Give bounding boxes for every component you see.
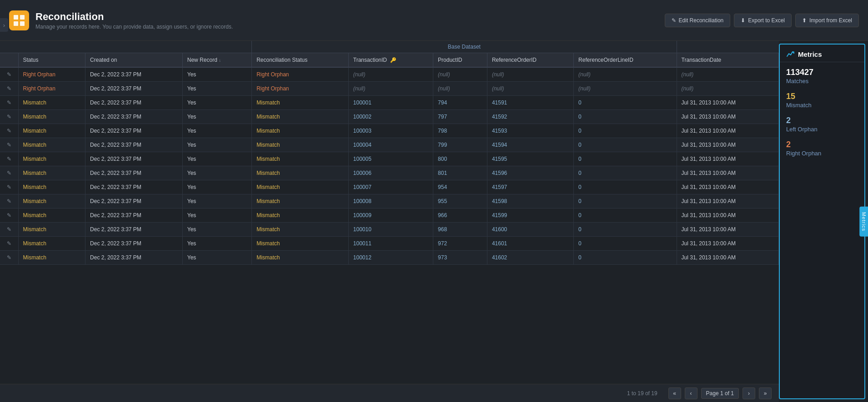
pagination-next-button[interactable]: › [743,387,755,399]
col-created-on[interactable]: Created on [85,53,183,68]
import-from-excel-button[interactable]: ⬆ Import from Excel [795,14,859,27]
metric-right-orphan-label: Right Orphan [786,150,858,157]
page-subtitle: Manage your records here. You can provid… [35,24,665,30]
sidebar-toggle[interactable]: › [0,18,8,32]
ref-order-line-id-cell: 0 [574,110,677,124]
product-id-cell: 799 [433,138,487,152]
product-id-cell: 955 [433,194,487,208]
created-on-cell: Dec 2, 2022 3:37 PM [85,208,183,223]
table-row: ✎MismatchDec 2, 2022 3:37 PMYesMismatch1… [0,110,779,124]
edit-cell[interactable]: ✎ [0,223,18,237]
new-record-cell: Yes [182,223,251,237]
header: Reconciliation Manage your records here.… [0,0,868,41]
metric-matches: 113427 Matches [786,68,858,84]
recon-status-cell: Mismatch [252,223,349,237]
ref-order-id-cell: 41598 [487,194,573,208]
ref-order-line-id-cell: (null) [574,67,677,82]
metrics-header: Metrics [780,45,864,62]
ref-order-id-cell: (null) [487,82,573,96]
transaction-date-cell: Jul 31, 2013 10:00 AM [677,124,778,138]
edit-cell[interactable]: ✎ [0,96,18,110]
table-row: ✎MismatchDec 2, 2022 3:37 PMYesMismatch1… [0,152,779,166]
ref-order-line-id-cell: 0 [574,194,677,208]
metrics-body: 113427 Matches 15 Mismatch 2 Left Orphan… [780,62,864,162]
pagination-last-button[interactable]: » [759,387,772,399]
pagination-first-button[interactable]: « [668,387,681,399]
pagination-prev-button[interactable]: ‹ [685,387,697,399]
transaction-date-cell: Jul 31, 2013 10:00 AM [677,223,778,237]
ref-order-line-id-cell: 0 [574,251,677,265]
table-wrapper[interactable]: Base Dataset Status Created on New Recor… [0,41,779,384]
edit-cell[interactable]: ✎ [0,82,18,96]
edit-cell[interactable]: ✎ [0,208,18,223]
col-product-id[interactable]: ProductID [433,53,487,68]
edit-icon: ✎ [672,17,676,24]
base-dataset-header-row: Base Dataset [0,41,779,53]
edit-reconciliation-button[interactable]: ✎ Edit Reconciliation [665,14,731,27]
new-record-cell: Yes [182,166,251,180]
transaction-date-cell: Jul 31, 2013 10:00 AM [677,194,778,208]
transaction-id-cell: 100005 [348,152,433,166]
edit-cell[interactable]: ✎ [0,251,18,265]
transaction-date-cell: (null) [677,67,778,82]
col-transaction-date[interactable]: TransactionDate [677,53,778,68]
status-cell: Right Orphan [18,82,85,96]
edit-cell[interactable]: ✎ [0,194,18,208]
transaction-date-cell: Jul 31, 2013 10:00 AM [677,166,778,180]
recon-status-cell: Mismatch [252,152,349,166]
metric-matches-label: Matches [786,78,858,84]
ref-order-id-cell: 41599 [487,208,573,223]
transaction-id-cell: 100010 [348,223,433,237]
metrics-title: Metrics [798,50,822,58]
header-actions: ✎ Edit Reconciliation ⬇ Export to Excel … [665,14,859,27]
table-row: ✎MismatchDec 2, 2022 3:37 PMYesMismatch1… [0,180,779,194]
recon-status-cell: Mismatch [252,208,349,223]
created-on-cell: Dec 2, 2022 3:37 PM [85,96,183,110]
table-row: ✎MismatchDec 2, 2022 3:37 PMYesMismatch1… [0,208,779,223]
col-status[interactable]: Status [18,53,85,68]
metrics-tab[interactable]: Metrics [859,206,868,236]
edit-cell[interactable]: ✎ [0,138,18,152]
recon-status-cell: Mismatch [252,138,349,152]
col-recon-status[interactable]: Reconciliation Status [252,53,349,68]
created-on-cell: Dec 2, 2022 3:37 PM [85,223,183,237]
export-to-excel-button[interactable]: ⬇ Export to Excel [734,14,792,27]
key-icon: 🔑 [390,57,396,63]
edit-cell[interactable]: ✎ [0,152,18,166]
recon-status-cell: Right Orphan [252,67,349,82]
recon-status-cell: Mismatch [252,166,349,180]
table-row: ✎MismatchDec 2, 2022 3:37 PMYesMismatch1… [0,124,779,138]
status-cell: Mismatch [18,124,85,138]
col-ref-order-line-id[interactable]: ReferenceOrderLineID [574,53,677,68]
ref-order-line-id-cell: 0 [574,223,677,237]
transaction-id-cell: 100012 [348,251,433,265]
ref-order-id-cell: 41602 [487,251,573,265]
ref-order-line-id-cell: 0 [574,152,677,166]
transaction-date-cell: Jul 31, 2013 10:00 AM [677,251,778,265]
metrics-chart-icon [786,50,794,58]
col-transaction-id[interactable]: TransactionID 🔑 [348,53,433,68]
status-cell: Mismatch [18,138,85,152]
col-new-record[interactable]: New Record ↓ [182,53,251,68]
table-footer: 1 to 19 of 19 « ‹ Page 1 of 1 › » [0,384,779,402]
transaction-id-cell: 100007 [348,180,433,194]
table-row: ✎MismatchDec 2, 2022 3:37 PMYesMismatch1… [0,194,779,208]
recon-status-cell: Mismatch [252,251,349,265]
created-on-cell: Dec 2, 2022 3:37 PM [85,138,183,152]
new-record-cell: Yes [182,208,251,223]
transaction-id-cell: 100001 [348,96,433,110]
metric-left-orphan-label: Left Orphan [786,126,858,133]
edit-cell[interactable]: ✎ [0,166,18,180]
col-ref-order-id[interactable]: ReferenceOrderID [487,53,573,68]
svg-rect-0 [14,15,18,20]
ref-order-id-cell: 41596 [487,166,573,180]
edit-cell[interactable]: ✎ [0,180,18,194]
edit-cell[interactable]: ✎ [0,110,18,124]
edit-cell[interactable]: ✎ [0,237,18,251]
transaction-date-cell: Jul 31, 2013 10:00 AM [677,110,778,124]
status-cell: Mismatch [18,166,85,180]
edit-cell[interactable]: ✎ [0,67,18,82]
ref-order-id-cell: (null) [487,67,573,82]
transaction-id-cell: 100011 [348,237,433,251]
edit-cell[interactable]: ✎ [0,124,18,138]
